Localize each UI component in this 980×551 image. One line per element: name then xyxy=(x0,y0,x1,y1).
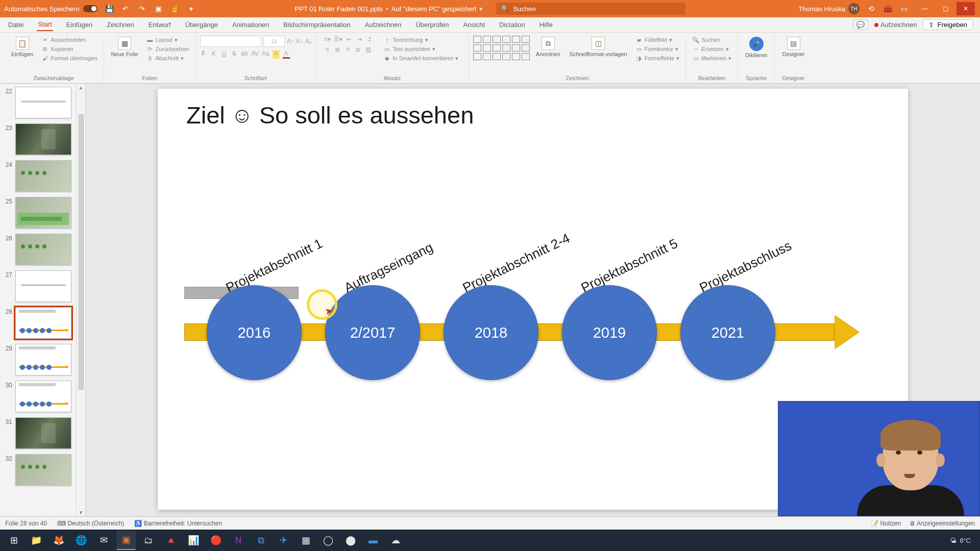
case-button[interactable]: Aa xyxy=(262,50,270,59)
scroll-up-icon[interactable]: ▲ xyxy=(79,85,84,90)
label-5[interactable]: Projektabschluss xyxy=(697,238,794,296)
text-direction-button[interactable]: ↕Textrichtung ▾ xyxy=(381,36,460,44)
outlook-icon[interactable]: ✉ xyxy=(94,531,113,550)
minimize-button[interactable]: — xyxy=(916,2,934,15)
firefox-icon[interactable]: 🦊 xyxy=(49,531,68,550)
user-profile[interactable]: Thomas Hruska TH xyxy=(798,3,860,14)
thumbnail-26[interactable]: 26 xyxy=(3,234,74,265)
tab-start[interactable]: Start xyxy=(37,18,53,31)
columns-button[interactable]: ▥ xyxy=(364,46,372,53)
redo-icon[interactable]: ↷ xyxy=(137,4,146,13)
arrange-button[interactable]: ⧉Anordnen xyxy=(533,36,564,58)
comments-button[interactable]: 💬 xyxy=(853,19,868,30)
thumbnail-25[interactable]: 25 xyxy=(3,197,74,229)
notes-button[interactable]: 📝 Notizen xyxy=(871,520,901,527)
decrease-font-icon[interactable]: A↓ xyxy=(296,38,303,45)
present-from-start-icon[interactable]: ▣ xyxy=(154,4,163,13)
tab-einfuegen[interactable]: Einfügen xyxy=(65,19,93,31)
circle-2016[interactable]: 2016 xyxy=(207,285,302,380)
tab-dictation[interactable]: Dictation xyxy=(498,19,526,31)
app-icon-6[interactable]: ◯ xyxy=(318,531,338,550)
strike-button[interactable]: S̶ xyxy=(231,50,238,59)
label-2[interactable]: Auftragseingang xyxy=(341,239,435,296)
select-button[interactable]: ▭Markieren ▾ xyxy=(690,54,733,62)
spacing-button[interactable]: AV xyxy=(251,50,259,59)
thumbnail-29[interactable]: 29 xyxy=(3,344,74,375)
shape-effects-button[interactable]: ◑Formeffekte ▾ xyxy=(633,54,682,62)
thumbnail-32[interactable]: 32 xyxy=(3,454,74,486)
app-icon-1[interactable]: 🗂 xyxy=(139,531,158,550)
quick-styles-button[interactable]: ◫Schnellformat-vorlagen xyxy=(567,36,630,58)
thumbnail-31[interactable]: 31 xyxy=(3,417,74,449)
tab-aufzeichnen[interactable]: Aufzeichnen xyxy=(364,19,403,31)
app-icon-2[interactable]: 🔺 xyxy=(161,531,181,550)
onenote-icon[interactable]: N xyxy=(229,531,248,550)
circle-2021[interactable]: 2021 xyxy=(680,285,775,380)
tab-zeichnen[interactable]: Zeichnen xyxy=(106,19,135,31)
slide-title[interactable]: Ziel ☺ So soll es aussehen xyxy=(186,101,474,129)
circle-2018[interactable]: 2018 xyxy=(444,285,538,380)
save-icon[interactable]: 💾 xyxy=(105,4,114,13)
thumbnail-24[interactable]: 24 xyxy=(3,160,74,192)
vscode-icon[interactable]: ⧉ xyxy=(251,531,271,550)
tab-ansicht[interactable]: Ansicht xyxy=(462,19,486,31)
display-settings-button[interactable]: 🖥 Anzeigeeinstellungen xyxy=(909,520,975,527)
tab-hilfe[interactable]: Hilfe xyxy=(538,19,554,31)
justify-button[interactable]: ≣ xyxy=(354,46,361,53)
touch-mode-icon[interactable]: ☝ xyxy=(170,4,179,13)
font-name-input[interactable] xyxy=(200,36,261,47)
chevron-down-icon[interactable]: ▾ xyxy=(479,5,483,13)
maximize-button[interactable]: ▢ xyxy=(936,2,954,15)
tab-uebergaenge[interactable]: Übergänge xyxy=(184,19,219,31)
file-explorer-icon[interactable]: 📁 xyxy=(27,531,46,550)
tab-datei[interactable]: Datei xyxy=(7,19,24,31)
replace-button[interactable]: ↔Ersetzen ▾ xyxy=(690,45,733,53)
reset-button[interactable]: ⟳Zurücksetzen xyxy=(144,45,191,53)
language-indicator[interactable]: ⌨ Deutsch (Österreich) xyxy=(57,520,124,527)
cut-button[interactable]: ✂Ausschneiden xyxy=(39,36,99,44)
bold-button[interactable]: F xyxy=(200,50,207,59)
thumbnail-30[interactable]: 30 xyxy=(3,381,74,412)
underline-button[interactable]: U xyxy=(220,50,228,59)
font-size-input[interactable]: 18 xyxy=(263,36,285,47)
indent-button[interactable]: ⇥ xyxy=(356,36,363,43)
format-painter-button[interactable]: 🖌Format übertragen xyxy=(39,54,99,62)
slide-counter[interactable]: Folie 28 von 40 xyxy=(5,520,47,527)
align-left-button[interactable]: ≡ xyxy=(324,46,331,53)
paste-button[interactable]: 📋 Einfügen xyxy=(8,36,36,58)
align-right-button[interactable]: ≡ xyxy=(344,46,351,53)
tab-ueberpruefen[interactable]: Überprüfen xyxy=(414,19,450,31)
clear-format-icon[interactable]: Aᵪ xyxy=(305,38,311,45)
thumbnail-27[interactable]: 27 xyxy=(3,270,74,302)
thumbnail-28[interactable]: 28 xyxy=(3,307,74,339)
align-text-button[interactable]: ▭Text ausrichten ▾ xyxy=(381,45,460,53)
align-center-button[interactable]: ≣ xyxy=(334,46,341,53)
label-4[interactable]: Projektabschnitt 5 xyxy=(578,236,680,296)
increase-font-icon[interactable]: A↑ xyxy=(287,38,294,45)
app-icon-4[interactable]: 🔴 xyxy=(206,531,226,550)
search-input[interactable]: 🔍 Suchen xyxy=(496,3,685,15)
app-icon-5[interactable]: ▦ xyxy=(296,531,315,550)
layout-button[interactable]: ▬Layout ▾ xyxy=(144,36,191,44)
scrollbar-thumb[interactable] xyxy=(79,114,84,390)
thumbnail-scrollbar[interactable]: ▲ ▼ xyxy=(76,84,85,516)
circle-2019[interactable]: 2019 xyxy=(562,285,657,380)
app-icon-8[interactable]: ▬ xyxy=(363,531,383,550)
scroll-down-icon[interactable]: ▼ xyxy=(79,510,84,515)
share-button[interactable]: ⇧Freigeben xyxy=(923,19,973,30)
tools-icon[interactable]: 🧰 xyxy=(883,4,892,13)
ribbon-options-icon[interactable]: ▭ xyxy=(899,4,909,13)
designer-button[interactable]: ▤Designer xyxy=(779,36,807,58)
dictate-button[interactable]: 🎤Diktieren xyxy=(742,36,770,59)
toggle-switch[interactable] xyxy=(83,5,97,12)
outdent-button[interactable]: ⇤ xyxy=(346,36,353,43)
circle-2017[interactable]: 2/2017 xyxy=(325,285,420,380)
app-icon-9[interactable]: ☁ xyxy=(386,531,405,550)
weather-widget[interactable]: 🌤 8°C xyxy=(950,537,971,544)
numbering-button[interactable]: ☰▾ xyxy=(334,36,342,43)
telegram-icon[interactable]: ✈ xyxy=(274,531,293,550)
arrow-head[interactable] xyxy=(835,315,859,349)
autosave-toggle[interactable]: Automatisches Speichern xyxy=(4,5,97,13)
app-icon-3[interactable]: 📊 xyxy=(184,531,203,550)
tab-bildschirm[interactable]: Bildschirmpräsentation xyxy=(282,19,352,31)
